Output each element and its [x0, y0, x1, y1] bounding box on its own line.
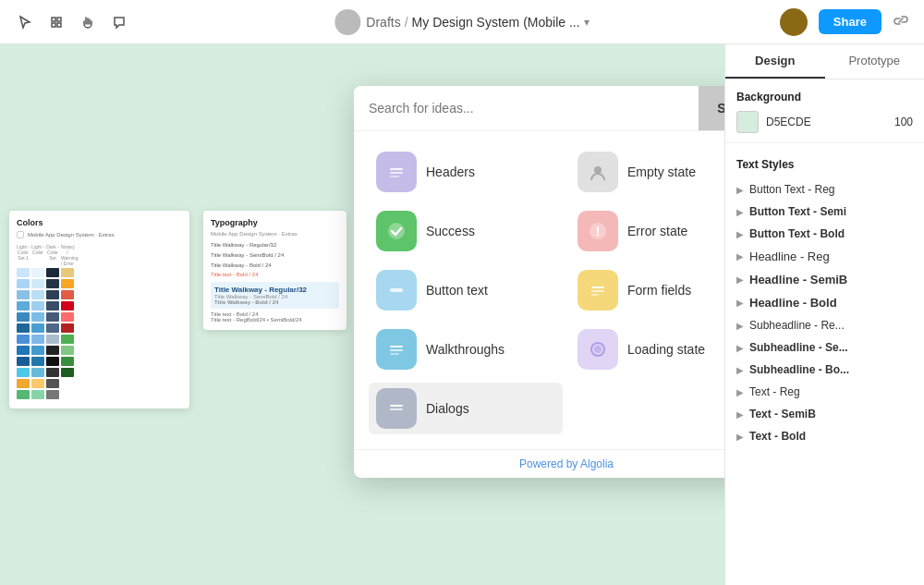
picker-item-button-text[interactable]: Button text	[369, 264, 563, 316]
picker-item-headers[interactable]: Headers	[369, 146, 563, 198]
breadcrumb-filename[interactable]: My Design System (Mobile ...	[412, 15, 580, 30]
error-state-label: Error state	[627, 224, 687, 238]
color-row-12	[17, 390, 182, 399]
picker-item-dialogs[interactable]: Dialogs	[369, 383, 563, 434]
hand-tool-icon[interactable]	[78, 12, 98, 32]
panel-textstyles-section: Text Styles ▶ Button Text - Reg ▶ Button…	[725, 147, 924, 453]
ts-row-6[interactable]: ▶ Subheadline - Re...	[736, 314, 913, 336]
frame-tool-icon[interactable]	[46, 12, 67, 32]
breadcrumb-drafts[interactable]: Drafts	[366, 15, 400, 30]
ts-label-9: Text - Reg	[749, 385, 800, 398]
swatch	[61, 335, 74, 344]
ts-row-8[interactable]: ▶ Subheadline - Bo...	[736, 359, 913, 381]
svg-rect-2	[52, 23, 55, 27]
svg-rect-17	[390, 353, 399, 355]
panel-background-section: Background D5ECDE 100	[725, 79, 924, 139]
form-fields-icon	[578, 270, 618, 311]
empty-state-label: Empty state	[627, 165, 696, 179]
ts-label-11: Text - Bold	[749, 430, 806, 443]
colors-card-subtitle: Mobile App Design System · Extras	[17, 231, 182, 238]
swatch	[46, 357, 59, 366]
loading-state-label: Loading state	[627, 342, 705, 357]
swatch	[61, 268, 74, 277]
swatch	[46, 290, 59, 299]
swatch	[61, 323, 74, 333]
walkthroughs-label: Walkthroughs	[426, 342, 505, 357]
swatch	[46, 346, 59, 355]
swatch	[31, 379, 44, 388]
ts-arrow-2: ▶	[736, 229, 744, 239]
color-row-2	[17, 279, 182, 288]
link-icon[interactable]	[893, 12, 909, 32]
swatch	[46, 268, 59, 277]
tab-prototype[interactable]: Prototype	[825, 44, 925, 79]
success-icon	[376, 211, 417, 251]
swatch	[61, 357, 74, 366]
picker-item-walkthroughs[interactable]: Walkthroughs	[369, 323, 563, 375]
background-label: Background	[736, 91, 913, 104]
color-row-10	[17, 368, 182, 377]
ts-row-9[interactable]: ▶ Text - Reg	[736, 381, 913, 403]
right-panel: Design Prototype Background D5ECDE 100 T…	[724, 44, 924, 585]
share-button[interactable]: Share	[819, 9, 881, 34]
cursor-tool-icon[interactable]	[15, 12, 35, 32]
algolia-link[interactable]: Powered by Algolia	[519, 457, 614, 470]
error-state-icon: !	[578, 211, 618, 251]
picker-search-row: Search	[354, 86, 779, 131]
swatch	[31, 268, 44, 277]
svg-rect-0	[52, 18, 55, 21]
ts-label-0: Button Text - Reg	[749, 183, 835, 196]
dialogs-icon	[376, 388, 417, 429]
headers-label: Headers	[426, 165, 475, 179]
ts-arrow-3: ▶	[736, 251, 744, 262]
swatch	[46, 335, 59, 344]
search-input[interactable]	[354, 86, 699, 130]
color-row-9	[17, 357, 182, 366]
typo-card-title: Typography	[211, 218, 339, 227]
swatch	[17, 279, 30, 288]
swatch	[46, 279, 59, 288]
breadcrumb-chevron-icon[interactable]: ▾	[584, 16, 590, 29]
color-row-5	[17, 312, 182, 322]
divider	[725, 142, 924, 143]
color-row-3	[17, 290, 182, 299]
svg-rect-21	[390, 408, 403, 410]
swatch	[17, 290, 30, 299]
ts-row-11[interactable]: ▶ Text - Bold	[736, 425, 913, 447]
ts-arrow-5: ▶	[736, 298, 744, 308]
ts-row-10[interactable]: ▶ Text - SemiB	[736, 403, 913, 425]
svg-rect-6	[390, 176, 399, 177]
ts-row-5[interactable]: ▶ Headline - Bold	[736, 291, 913, 314]
ts-arrow-11: ▶	[736, 432, 744, 442]
swatch	[61, 301, 74, 311]
swatch	[46, 390, 59, 399]
breadcrumb: Drafts / My Design System (Mobile ... ▾	[366, 15, 589, 30]
typo-detail: Title Walkway - Regular/32 Title Walkway…	[211, 240, 339, 280]
ts-row-2[interactable]: ▶ Button Text - Bold	[736, 223, 913, 245]
bg-hex-value[interactable]: D5ECDE	[766, 116, 887, 128]
tab-design[interactable]: Design	[725, 44, 825, 79]
empty-state-icon	[578, 152, 618, 192]
colors-dot	[17, 231, 24, 238]
ts-row-1[interactable]: ▶ Button Text - Semi	[736, 201, 913, 223]
ts-row-0[interactable]: ▶ Button Text - Reg	[736, 178, 913, 201]
swatch	[17, 357, 30, 366]
breadcrumb-sep: /	[405, 15, 408, 30]
svg-rect-3	[57, 23, 61, 27]
ts-row-3[interactable]: ▶ Headline - Reg	[736, 245, 913, 268]
bg-color-swatch[interactable]	[736, 111, 759, 133]
ts-row-4[interactable]: ▶ Headline - SemiB	[736, 268, 913, 291]
typography-canvas-card: Typography Mobile App Design System · Ex…	[203, 211, 346, 330]
svg-rect-11	[390, 288, 403, 292]
success-label: Success	[426, 224, 475, 238]
ts-label-10: Text - SemiB	[749, 408, 816, 420]
ts-arrow-6: ▶	[736, 321, 744, 331]
picker-item-success[interactable]: Success	[369, 205, 563, 257]
comment-tool-icon[interactable]	[109, 12, 129, 32]
ts-row-7[interactable]: ▶ Subheadline - Se...	[736, 336, 913, 359]
swatch	[61, 346, 74, 355]
topbar-right: Share	[780, 8, 909, 36]
colors-card-title: Colors	[17, 218, 182, 227]
ts-arrow-10: ▶	[736, 409, 744, 420]
swatch	[17, 268, 30, 277]
